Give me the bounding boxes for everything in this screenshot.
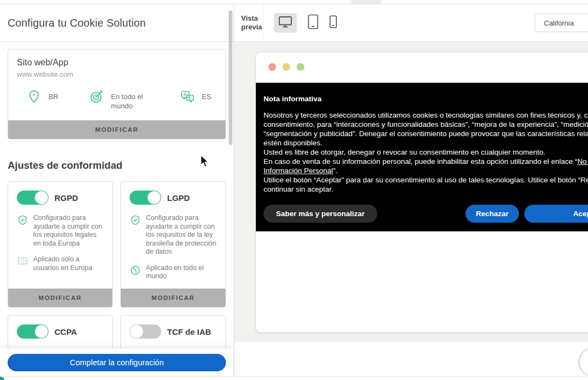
toggle-knob bbox=[35, 191, 48, 204]
svg-text:z: z bbox=[188, 96, 191, 101]
panel-header: Configura tu Cookie Solution bbox=[0, 4, 234, 42]
banner-text-line: Nosotros y terceros seleccionados utiliz… bbox=[264, 111, 588, 120]
browser-window-controls bbox=[268, 63, 304, 71]
rgpd-label: RGPD bbox=[54, 193, 78, 203]
language-label: ES bbox=[202, 89, 211, 101]
rgpd-point-2: Aplicado solo a usuarios en Europa bbox=[17, 255, 106, 272]
rgpd-card: RGPD Configurado para ayudarte a cumplir… bbox=[8, 181, 113, 308]
accept-button[interactable]: Aceptar bbox=[524, 205, 588, 223]
lgpd-point-2-text: Aplicado en todo el mundo bbox=[146, 264, 219, 281]
banner-text-line: continuar sin aceptar. bbox=[264, 185, 588, 194]
shield-check-icon bbox=[130, 214, 141, 256]
browser-mockup: Nota informativa Nosotros y terceros sel… bbox=[256, 53, 588, 332]
rgpd-modify-button[interactable]: MODIFICAR bbox=[8, 289, 112, 307]
language-item: A z ES bbox=[180, 89, 211, 106]
configuration-panel: Configura tu Cookie Solution Sito web/Ap… bbox=[0, 4, 234, 380]
svg-text:A: A bbox=[183, 91, 187, 97]
desktop-device-button[interactable] bbox=[274, 13, 297, 33]
eu-flag-icon bbox=[17, 255, 28, 272]
rgpd-toggle[interactable] bbox=[17, 191, 48, 205]
ccpa-toggle[interactable] bbox=[17, 324, 48, 339]
banner-buttons-row: Saber más y personalizar Rechazar Acepta… bbox=[256, 205, 588, 223]
banner-text-line: consentimiento, para “interacciones y fu… bbox=[264, 120, 588, 129]
top-strip bbox=[0, 0, 588, 4]
region-selector[interactable]: California bbox=[535, 14, 588, 32]
page-title: Configura tu Cookie Solution bbox=[8, 17, 146, 29]
toggle-knob bbox=[35, 325, 48, 338]
website-modify-button[interactable]: MODIFICAR bbox=[8, 120, 225, 139]
do-not-sell-link[interactable]: Información Personal bbox=[264, 167, 333, 175]
country-label: BR bbox=[48, 89, 58, 101]
toggle-knob bbox=[148, 191, 161, 204]
tablet-icon bbox=[308, 14, 318, 32]
device-selector bbox=[274, 13, 337, 33]
lgpd-toggle[interactable] bbox=[130, 191, 161, 205]
preview-area: Vista previa bbox=[234, 4, 588, 380]
shield-check-icon bbox=[17, 214, 28, 248]
toolbar-divider bbox=[263, 4, 264, 42]
lgpd-card: LGPD Configurado para ayudarte a cumplir… bbox=[120, 181, 226, 308]
mobile-device-button[interactable] bbox=[329, 15, 337, 30]
lgpd-label: LGPD bbox=[167, 193, 190, 203]
cookie-banner: Nota informativa Nosotros y terceros sel… bbox=[256, 83, 588, 231]
banner-text-line: En caso de venta de su información perso… bbox=[264, 157, 588, 166]
toggle-knob bbox=[130, 325, 143, 338]
preview-label: Vista previa bbox=[241, 14, 262, 32]
banner-text-segment: ”. bbox=[333, 167, 338, 175]
panel-body: Sito web/App www.website.com BR bbox=[0, 42, 234, 380]
preview-bottom-area bbox=[234, 342, 588, 380]
scope-label: En todo el mundo bbox=[111, 89, 149, 111]
mobile-icon bbox=[329, 15, 337, 30]
website-url: www.website.com bbox=[17, 70, 217, 78]
scrollbar-thumb[interactable] bbox=[229, 10, 232, 145]
banner-text-line: Información Personal”. bbox=[264, 166, 588, 175]
desktop-icon bbox=[278, 15, 292, 30]
website-card: Sito web/App www.website.com BR bbox=[8, 49, 226, 139]
globe-icon bbox=[130, 264, 141, 281]
website-card-title: Sito web/App bbox=[17, 58, 217, 68]
tcf-label: TCF de IAB bbox=[167, 327, 211, 336]
target-icon bbox=[89, 89, 104, 106]
close-dot-icon bbox=[268, 63, 276, 71]
complete-configuration-button[interactable]: Completar la configuración bbox=[8, 354, 226, 371]
bottom-strip bbox=[0, 376, 588, 380]
banner-text-segment: En caso de venta de su información perso… bbox=[264, 157, 577, 166]
country-item: BR bbox=[27, 89, 58, 106]
background-tab bbox=[351, 0, 382, 4]
rgpd-point-2-text: Aplicado solo a usuarios en Europa bbox=[33, 255, 106, 272]
preview-toolbar: Vista previa bbox=[234, 4, 588, 42]
banner-text-line: “segmentación y publicidad”. Denegar el … bbox=[264, 129, 588, 138]
banner-text-line: Utilice el botón “Aceptar” para dar su c… bbox=[264, 175, 588, 185]
preview-label-line2: previa bbox=[241, 23, 262, 32]
customize-button[interactable]: Saber más y personalizar bbox=[264, 205, 377, 223]
tcf-toggle[interactable] bbox=[130, 324, 161, 339]
banner-text-line: estén disponibles. bbox=[264, 138, 588, 148]
do-not-sell-link[interactable]: No Vender Mi bbox=[577, 157, 588, 166]
ccpa-label: CCPA bbox=[54, 327, 77, 336]
banner-title: Nota informativa bbox=[264, 95, 588, 103]
preview-body: Nota informativa Nosotros y terceros sel… bbox=[234, 42, 588, 380]
reject-button[interactable]: Rechazar bbox=[465, 205, 519, 223]
lgpd-modify-button[interactable]: MODIFICAR bbox=[121, 289, 225, 307]
panel-footer: Completar la configuración bbox=[0, 348, 234, 380]
banner-text-line: Usted es libre de otorgar, denegar o rev… bbox=[264, 148, 588, 157]
lgpd-point-1-text: Configurado para ayudarte a cumplir con … bbox=[146, 214, 219, 256]
maximize-dot-icon bbox=[297, 63, 304, 71]
preview-label-line1: Vista bbox=[241, 14, 262, 23]
rgpd-point-1: Configurado para ayudarte a cumplir con … bbox=[17, 214, 106, 248]
location-pin-icon bbox=[27, 89, 41, 106]
rgpd-point-1-text: Configurado para ayudarte a cumplir con … bbox=[33, 214, 106, 248]
translate-icon: A z bbox=[180, 89, 195, 106]
lgpd-point-1: Configurado para ayudarte a cumplir con … bbox=[130, 214, 219, 256]
scope-item: En todo el mundo bbox=[89, 89, 149, 111]
lgpd-point-2: Aplicado en todo el mundo bbox=[130, 264, 219, 281]
website-settings-row: BR En todo el mundo bbox=[8, 78, 225, 120]
tablet-device-button[interactable] bbox=[308, 14, 318, 32]
minimize-dot-icon bbox=[283, 63, 290, 71]
compliance-heading: Ajustes de conformidad bbox=[8, 160, 122, 171]
